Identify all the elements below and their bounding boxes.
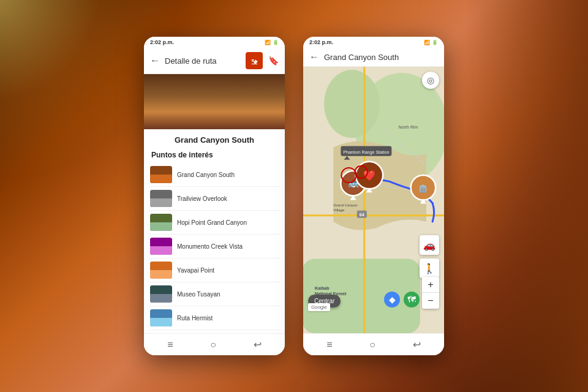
menu-icon-right[interactable]: ≡	[326, 339, 332, 350]
signal-icon-left: 📶	[265, 40, 271, 45]
svg-text:North Rim: North Rim	[398, 125, 418, 130]
poi-list: Grand Canyon South Trailview Overlook Ho…	[144, 163, 285, 333]
svg-rect-4	[144, 102, 285, 107]
map-nav-icons: ◆ 🗺	[384, 292, 420, 307]
menu-icon-left[interactable]: ≡	[167, 339, 173, 350]
poi-thumbnail	[150, 262, 172, 279]
app-header-right: ← Grand Canyon South	[303, 48, 444, 67]
directions-icon[interactable]: ◆	[384, 292, 400, 307]
home-icon-left[interactable]: ○	[210, 339, 216, 350]
poi-name: Grand Canyon South	[177, 172, 235, 178]
svg-text:Grand Canyon: Grand Canyon	[333, 203, 357, 207]
svg-text:🏜: 🏜	[251, 59, 258, 66]
poi-name: Monumento Creek Vista	[177, 243, 243, 250]
phone-left: 2:02 p.m. 📶 🔋 ← Detalle de ruta 🏜 🔖	[144, 37, 285, 355]
back-button-left[interactable]: ←	[150, 55, 160, 66]
list-item[interactable]: Museo Tusayan	[149, 282, 280, 306]
signal-icon-right: 📶	[424, 40, 430, 45]
list-item[interactable]: Grand Canyon South	[149, 163, 280, 187]
status-icons-right: 📶 🔋	[424, 40, 438, 45]
list-item[interactable]: Monumento Creek Vista	[149, 235, 280, 258]
time-left: 2:02 p.m.	[150, 39, 174, 45]
poi-thumbnail	[150, 285, 172, 303]
svg-rect-21	[150, 294, 172, 303]
map-controls: 🚗 🚶	[420, 235, 439, 278]
hero-image	[144, 74, 285, 129]
svg-text:Kaibab: Kaibab	[315, 286, 330, 291]
zoom-in-button[interactable]: +	[422, 277, 439, 293]
location-icon: ◎	[427, 75, 434, 85]
svg-rect-13	[150, 198, 172, 207]
poi-name: Ruta Hermist	[177, 315, 213, 322]
svg-rect-23	[150, 318, 172, 326]
svg-text:Phantom Range Station: Phantom Range Station	[343, 150, 389, 155]
section-title: Puntos de interés	[144, 148, 285, 163]
header-title-right: Grand Canyon South	[324, 53, 438, 62]
phone-right: 2:02 p.m. 📶 🔋 ← Grand Canyon South	[303, 37, 444, 355]
maps-icon[interactable]: 🗺	[404, 292, 420, 307]
svg-point-7	[159, 96, 178, 104]
google-badge: Google	[308, 303, 330, 311]
svg-rect-6	[144, 118, 285, 129]
zoom-out-button[interactable]: −	[422, 293, 439, 309]
svg-text:Village: Village	[333, 208, 345, 212]
svg-rect-15	[150, 222, 172, 231]
poi-thumbnail	[150, 166, 172, 183]
time-right: 2:02 p.m.	[309, 39, 333, 45]
route-title: Grand Canyon South	[144, 129, 285, 148]
status-bar-right: 2:02 p.m. 📶 🔋	[303, 37, 444, 48]
car-mode-button[interactable]: 🚗	[420, 235, 439, 255]
back-icon-left[interactable]: ↩	[254, 339, 262, 350]
svg-text:🏛️: 🏛️	[418, 184, 428, 194]
svg-text:❤️: ❤️	[363, 170, 376, 182]
map-container[interactable]: 64 North Rim Grand Canyon Village Kaibab…	[303, 67, 444, 333]
svg-point-34	[324, 70, 380, 138]
app-logo: 🏜	[245, 51, 263, 70]
poi-name: Trailview Overlook	[177, 195, 227, 202]
battery-icon-left: 🔋	[273, 40, 279, 45]
poi-thumbnail	[150, 190, 172, 207]
status-icons-left: 📶 🔋	[265, 40, 279, 45]
battery-icon-right: 🔋	[432, 40, 438, 45]
svg-rect-17	[150, 246, 172, 255]
list-item[interactable]: Ruta Hermist	[149, 306, 280, 330]
location-button[interactable]: ◎	[422, 72, 439, 89]
svg-text:64: 64	[360, 213, 364, 217]
poi-name: Yavapai Point	[177, 267, 214, 274]
svg-rect-19	[150, 270, 172, 279]
home-icon-right[interactable]: ○	[369, 339, 375, 350]
poi-name: Museo Tusayan	[177, 291, 221, 298]
svg-point-8	[193, 96, 217, 102]
bottom-nav-right: ≡ ○ ↩	[303, 333, 444, 355]
svg-rect-3	[144, 99, 285, 129]
poi-thumbnail	[150, 214, 172, 231]
poi-thumbnail	[150, 238, 172, 255]
header-title-left: Detalle de ruta	[165, 56, 240, 66]
svg-rect-2	[144, 74, 285, 129]
svg-rect-11	[150, 175, 172, 183]
status-bar-left: 2:02 p.m. 📶 🔋	[144, 37, 285, 48]
svg-point-9	[247, 97, 262, 104]
walk-mode-button[interactable]: 🚶	[420, 258, 439, 278]
bookmark-button[interactable]: 🔖	[268, 56, 279, 66]
list-item[interactable]: Hopi Point Grand Canyon	[149, 211, 280, 235]
poi-name: Hopi Point Grand Canyon	[177, 219, 247, 226]
svg-rect-5	[144, 110, 285, 116]
bottom-nav-left: ≡ ○ ↩	[144, 333, 285, 355]
back-button-right[interactable]: ←	[309, 51, 319, 62]
list-item[interactable]: Yavapai Point	[149, 258, 280, 282]
poi-thumbnail	[150, 309, 172, 326]
back-icon-right[interactable]: ↩	[413, 339, 421, 350]
list-item[interactable]: Trailview Overlook	[149, 187, 280, 211]
zoom-controls: + −	[422, 277, 439, 309]
app-header-left: ← Detalle de ruta 🏜 🔖	[144, 48, 285, 74]
phones-container: 2:02 p.m. 📶 🔋 ← Detalle de ruta 🏜 🔖	[0, 0, 588, 392]
